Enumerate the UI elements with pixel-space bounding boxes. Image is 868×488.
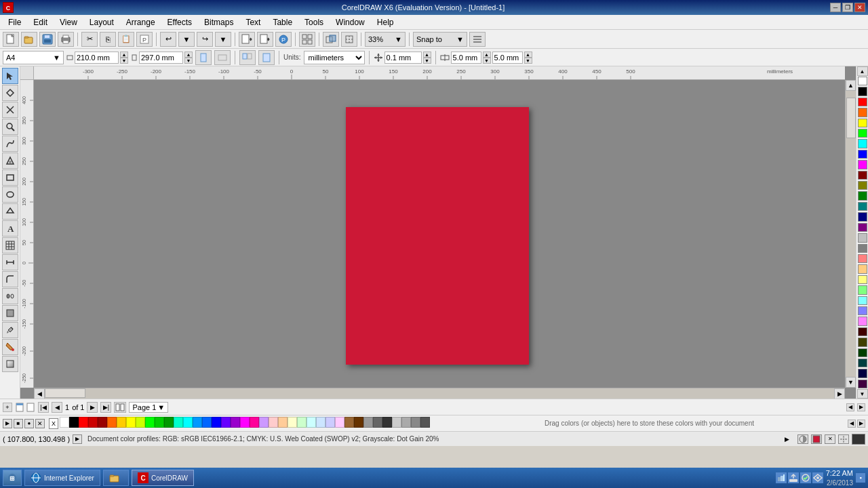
paste-special-button[interactable]: P bbox=[136, 32, 153, 47]
color-swatch[interactable] bbox=[117, 417, 126, 428]
color-swatch[interactable] bbox=[136, 417, 145, 428]
height-input[interactable] bbox=[139, 52, 183, 64]
palette-color-swatch[interactable] bbox=[858, 244, 867, 253]
palette-color-swatch[interactable] bbox=[858, 327, 867, 336]
canvas-background[interactable] bbox=[34, 80, 845, 388]
palette-scroll-up[interactable]: ▲ bbox=[857, 66, 868, 76]
palette-color-swatch[interactable] bbox=[858, 285, 867, 294]
palette-color-swatch[interactable] bbox=[858, 171, 867, 180]
tray-icon-4[interactable] bbox=[812, 472, 823, 483]
canvas-viewport[interactable]: millimeters -300 -250 -200 -150 -100 -50… bbox=[20, 66, 856, 399]
color-swatch[interactable] bbox=[193, 417, 202, 428]
next-page-button[interactable]: ▶ bbox=[87, 402, 98, 413]
nudge-up[interactable]: ▲ bbox=[423, 52, 431, 58]
start-button[interactable]: ⊞ bbox=[3, 470, 22, 486]
nav-scroll-right[interactable]: ▶ bbox=[857, 403, 865, 411]
snap-settings-button[interactable] bbox=[469, 32, 486, 47]
vertical-scrollbar[interactable]: ▲ ▼ bbox=[845, 80, 856, 388]
page-size-dropdown[interactable]: A4 ▼ bbox=[3, 51, 64, 64]
show-desktop-button[interactable]: ▪ bbox=[856, 473, 865, 483]
color-swatch[interactable] bbox=[278, 417, 288, 428]
publish-button[interactable]: P bbox=[275, 32, 292, 47]
menu-item-bitmaps[interactable]: Bitmaps bbox=[199, 16, 239, 28]
paste-button[interactable]: 📋 bbox=[118, 32, 134, 47]
color-adjust-icon[interactable] bbox=[797, 434, 808, 444]
menu-item-tools[interactable]: Tools bbox=[299, 16, 329, 28]
color-swatch[interactable] bbox=[107, 417, 117, 428]
units-select[interactable]: millimeters bbox=[304, 51, 365, 64]
play-button[interactable]: ▶ bbox=[3, 419, 12, 428]
transparency-tool-button[interactable] bbox=[2, 305, 18, 321]
palette-arrow-left[interactable]: ◀ bbox=[848, 420, 856, 428]
text-tool-button[interactable]: A bbox=[2, 220, 18, 237]
tray-icon-1[interactable] bbox=[776, 472, 787, 483]
horizontal-scrollbar[interactable]: ◀ ▶ bbox=[34, 388, 845, 399]
palette-color-swatch[interactable] bbox=[858, 359, 867, 367]
palette-color-swatch[interactable] bbox=[858, 212, 867, 221]
nudge-spinner[interactable]: ▲▼ bbox=[423, 52, 431, 64]
all-pages-button[interactable] bbox=[239, 50, 256, 65]
color-swatch[interactable] bbox=[69, 417, 79, 428]
menu-item-arrange[interactable]: Arrange bbox=[121, 16, 161, 28]
palette-color-swatch[interactable] bbox=[858, 129, 867, 138]
palette-color-swatch[interactable] bbox=[858, 254, 867, 263]
menu-item-edit[interactable]: Edit bbox=[28, 16, 53, 28]
dup-v-input[interactable] bbox=[492, 52, 523, 64]
current-page-button[interactable] bbox=[258, 50, 275, 65]
fill-tool-button[interactable] bbox=[2, 339, 18, 355]
open-button[interactable] bbox=[21, 32, 37, 47]
no-color-swatch[interactable]: X bbox=[49, 418, 58, 429]
portrait-button[interactable] bbox=[195, 50, 212, 65]
fill-color-icon[interactable] bbox=[811, 434, 822, 444]
close-button[interactable]: ✕ bbox=[854, 3, 865, 12]
minimize-button[interactable]: ─ bbox=[830, 3, 841, 12]
taskbar-files[interactable] bbox=[103, 470, 129, 486]
height-spinner[interactable]: ▲▼ bbox=[184, 52, 193, 64]
color-swatch[interactable] bbox=[231, 417, 240, 428]
scroll-up-button[interactable]: ▲ bbox=[846, 80, 856, 91]
palette-color-swatch[interactable] bbox=[858, 306, 867, 315]
palette-color-swatch[interactable] bbox=[858, 139, 867, 148]
ellipse-tool-button[interactable] bbox=[2, 186, 18, 203]
close-bar-button[interactable]: ✕ bbox=[35, 419, 45, 428]
palette-color-swatch[interactable] bbox=[858, 191, 867, 200]
restore-button[interactable]: ❐ bbox=[842, 3, 853, 12]
palette-color-swatch[interactable] bbox=[858, 150, 867, 159]
taskbar-coreldraw[interactable]: C CorelDRAW bbox=[132, 470, 194, 486]
copy-button[interactable]: ⎘ bbox=[100, 32, 116, 47]
color-swatch[interactable] bbox=[164, 417, 174, 428]
record-button[interactable]: ● bbox=[24, 419, 34, 428]
color-swatch[interactable] bbox=[155, 417, 164, 428]
tray-icon-3[interactable] bbox=[800, 472, 811, 483]
color-swatch[interactable] bbox=[382, 417, 392, 428]
color-swatch[interactable] bbox=[373, 417, 382, 428]
page-view-button[interactable] bbox=[114, 402, 126, 413]
menu-item-view[interactable]: View bbox=[54, 16, 83, 28]
color-swatch[interactable] bbox=[297, 417, 307, 428]
palette-color-swatch[interactable] bbox=[858, 338, 867, 346]
transform2-button[interactable] bbox=[341, 32, 357, 47]
blend-tool-button[interactable] bbox=[2, 288, 18, 304]
stop-button[interactable]: ■ bbox=[14, 419, 23, 428]
menu-item-layout[interactable]: Layout bbox=[84, 16, 119, 28]
color-swatch[interactable] bbox=[79, 417, 88, 428]
redo-dropdown[interactable]: ▼ bbox=[215, 32, 231, 47]
menu-item-help[interactable]: Help bbox=[372, 16, 399, 28]
palette-color-swatch[interactable] bbox=[858, 119, 867, 127]
palette-color-swatch[interactable] bbox=[858, 264, 867, 273]
shape-edit-tool-button[interactable] bbox=[2, 85, 18, 101]
landscape-button[interactable] bbox=[214, 50, 231, 65]
smart-fill-tool-button[interactable] bbox=[2, 152, 18, 169]
eyedropper-tool-button[interactable] bbox=[2, 322, 18, 338]
color-swatch[interactable] bbox=[212, 417, 221, 428]
save-button[interactable] bbox=[39, 32, 56, 47]
snap-status-button[interactable] bbox=[838, 434, 849, 444]
connector-tool-button[interactable] bbox=[2, 271, 18, 287]
color-swatch[interactable] bbox=[316, 417, 326, 428]
palette-color-swatch[interactable] bbox=[858, 317, 867, 325]
color-swatch[interactable] bbox=[88, 417, 98, 428]
import-button[interactable] bbox=[239, 32, 255, 47]
zoom-dropdown-button[interactable]: 33% ▼ bbox=[365, 32, 406, 47]
current-fill-color[interactable] bbox=[852, 434, 865, 445]
palette-arrow-right[interactable]: ▶ bbox=[857, 420, 865, 428]
